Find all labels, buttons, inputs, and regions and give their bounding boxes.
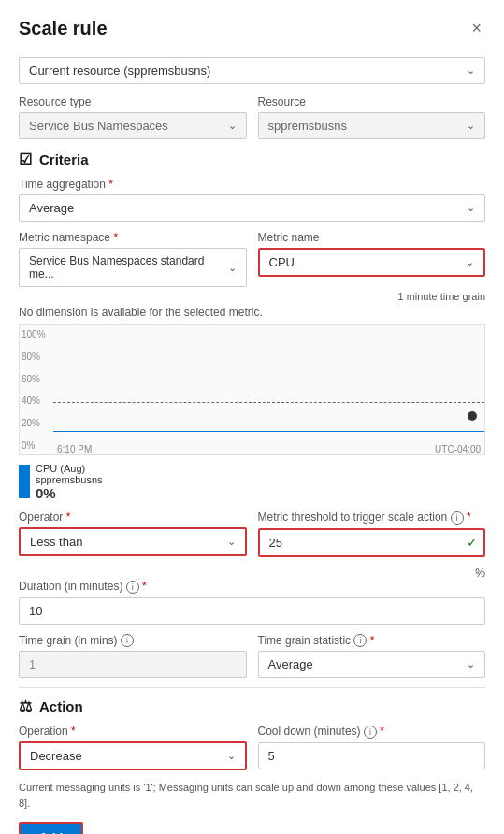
chart-dashed-line — [53, 402, 484, 403]
time-grain-info-icon[interactable]: i — [121, 634, 134, 647]
criteria-section-title: ☑ Criteria — [19, 151, 485, 168]
cool-down-input[interactable] — [258, 742, 486, 769]
chevron-down-icon: ⌄ — [467, 658, 475, 670]
current-resource-label: Current resource (sppremsbusns) — [29, 64, 210, 78]
chevron-down-icon: ⌄ — [466, 256, 474, 268]
chevron-down-icon: ⌄ — [467, 65, 475, 77]
operator-threshold-row: Operator Less than ⌄ Metric threshold to… — [19, 510, 485, 557]
panel-header: Scale rule × — [19, 15, 485, 42]
operator-col: Operator Less than ⌄ — [19, 510, 247, 557]
legend-name: CPU (Aug) — [36, 463, 103, 474]
operation-value: Decrease — [30, 749, 82, 763]
metric-threshold-col: Metric threshold to trigger scale action… — [258, 510, 486, 557]
metric-name-dropdown[interactable]: CPU ⌄ — [258, 248, 486, 277]
time-aggregation-group: Time aggregation Average ⌄ — [19, 178, 485, 222]
metric-name-col: Metric name CPU ⌄ — [258, 231, 486, 287]
y-label-40: 40% — [22, 395, 51, 406]
y-label-80: 80% — [22, 352, 51, 362]
add-button[interactable]: Add — [19, 822, 83, 834]
chevron-down-icon: ⌄ — [227, 536, 236, 548]
resource-type-resource-row: Resource type Service Bus Namespaces ⌄ R… — [19, 95, 485, 139]
operation-col: Operation Decrease ⌄ — [19, 725, 247, 770]
duration-info-icon[interactable]: i — [126, 581, 139, 594]
time-aggregation-label: Time aggregation — [19, 178, 485, 191]
operator-label: Operator — [19, 510, 247, 524]
legend-sub: sppremsbusns — [36, 474, 103, 485]
scale-rule-panel: Scale rule × Current resource (sppremsbu… — [0, 0, 504, 834]
criteria-icon: ☑ — [19, 151, 32, 168]
time-grain-stat-info-icon[interactable]: i — [353, 634, 367, 647]
y-label-20: 20% — [22, 418, 51, 428]
time-grain-stat-col: Time grain statistic i Average ⌄ — [258, 634, 486, 679]
chevron-down-icon: ⌄ — [228, 120, 237, 132]
legend-value: 0% — [36, 485, 103, 501]
operator-value: Less than — [30, 535, 82, 549]
time-grain-col: Time grain (in mins) i — [19, 634, 247, 679]
duration-label: Duration (in minutes) i — [19, 580, 485, 594]
action-section-title: ⚖ Action — [19, 697, 485, 715]
metric-name-label: Metric name — [258, 231, 486, 244]
y-label-60: 60% — [22, 374, 51, 384]
metric-threshold-label: Metric threshold to trigger scale action… — [258, 510, 486, 525]
resource-dropdown: sppremsbusns ⌄ — [258, 112, 486, 139]
chart-legend: CPU (Aug) sppremsbusns 0% — [19, 463, 485, 501]
chart-y-labels: 100% 80% 60% 40% 20% 0% — [20, 325, 53, 454]
operation-dropdown[interactable]: Decrease ⌄ — [19, 741, 247, 770]
chart-data-point — [468, 411, 477, 421]
duration-group: Duration (in minutes) i — [19, 580, 485, 625]
resource-type-dropdown: Service Bus Namespaces ⌄ — [19, 112, 247, 139]
check-icon: ✓ — [467, 535, 478, 550]
close-button[interactable]: × — [468, 15, 485, 42]
section-divider — [19, 687, 485, 688]
legend-color-bar — [19, 465, 30, 498]
operation-label: Operation — [19, 725, 247, 738]
time-grain-label: Time grain (in mins) i — [19, 634, 247, 648]
time-grain-input — [19, 651, 247, 678]
resource-type-col: Resource type Service Bus Namespaces ⌄ — [19, 95, 247, 139]
chevron-down-icon: ⌄ — [467, 202, 475, 214]
time-aggregation-dropdown[interactable]: Average ⌄ — [19, 194, 485, 222]
x-label-tz: UTC-04:00 — [435, 444, 481, 454]
no-dimension-message: No dimension is available for the select… — [19, 306, 485, 319]
panel-title: Scale rule — [19, 18, 108, 39]
footer-note: Current messaging units is '1'; Messagin… — [19, 780, 485, 811]
cool-down-label: Cool down (minutes) i — [258, 725, 486, 739]
metric-namespace-value: Service Bus Namespaces standard me... — [29, 254, 228, 280]
resource-type-label: Resource type — [19, 95, 247, 108]
resource-value: sppremsbusns — [268, 119, 348, 133]
y-label-100: 100% — [22, 329, 51, 339]
cool-down-col: Cool down (minutes) i — [258, 725, 486, 770]
chart-solid-line — [53, 431, 484, 432]
time-grain-stat-row: Time grain (in mins) i Time grain statis… — [19, 634, 485, 679]
duration-input[interactable] — [19, 597, 485, 625]
criteria-label: Criteria — [39, 151, 89, 167]
metric-namespace-label: Metric namespace — [19, 231, 247, 244]
resource-type-value: Service Bus Namespaces — [29, 119, 168, 133]
operator-dropdown[interactable]: Less than ⌄ — [19, 527, 247, 556]
resource-label: Resource — [258, 95, 486, 108]
percent-label: % — [19, 567, 485, 580]
metric-namespace-dropdown[interactable]: Service Bus Namespaces standard me... ⌄ — [19, 248, 247, 287]
time-aggregation-value: Average — [29, 201, 74, 215]
current-resource-dropdown[interactable]: Current resource (sppremsbusns) ⌄ — [19, 57, 485, 84]
operation-cooldown-row: Operation Decrease ⌄ Cool down (minutes)… — [19, 725, 485, 770]
metric-namespace-col: Metric namespace Service Bus Namespaces … — [19, 231, 247, 287]
chart-area: 100% 80% 60% 40% 20% 0% 6:10 PM UTC-04:0… — [19, 324, 485, 455]
x-label-time: 6:10 PM — [57, 444, 92, 454]
action-label: Action — [39, 698, 83, 714]
time-grain-stat-value: Average — [268, 657, 313, 671]
cool-down-info-icon[interactable]: i — [364, 726, 377, 739]
resource-col: Resource sppremsbusns ⌄ — [258, 95, 486, 139]
legend-info: CPU (Aug) sppremsbusns 0% — [36, 463, 103, 501]
chart-plot — [53, 325, 484, 432]
metric-threshold-input[interactable] — [258, 528, 486, 557]
metric-threshold-info-icon[interactable]: i — [451, 511, 464, 525]
y-label-0: 0% — [22, 440, 51, 451]
chart-x-labels: 6:10 PM UTC-04:00 — [53, 444, 484, 454]
metric-threshold-input-wrapper: ✓ — [258, 528, 486, 557]
metric-name-value: CPU — [269, 255, 295, 269]
time-grain-note: 1 minute time grain — [19, 291, 485, 302]
metric-namespace-name-row: Metric namespace Service Bus Namespaces … — [19, 231, 485, 287]
action-icon: ⚖ — [19, 697, 32, 715]
time-grain-stat-dropdown[interactable]: Average ⌄ — [258, 651, 486, 678]
